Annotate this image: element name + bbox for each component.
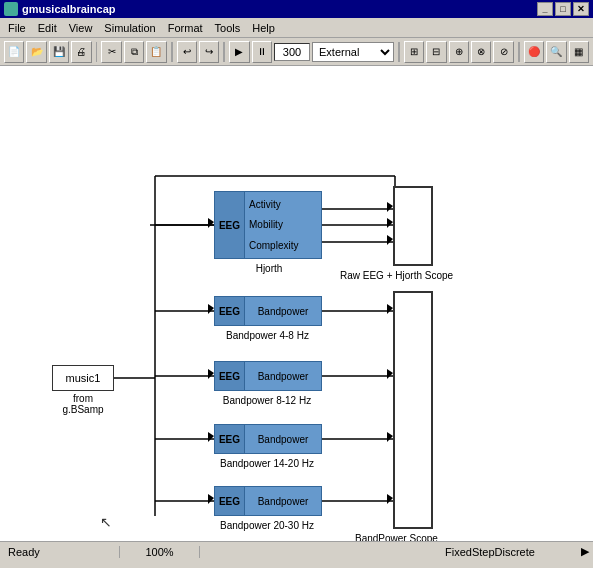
menu-format[interactable]: Format — [162, 20, 209, 36]
bandpower1-block[interactable]: EEG Bandpower — [214, 296, 322, 326]
sep2 — [171, 42, 173, 62]
canvas-area: music1 from g.BSamp EEG Activity Mobilit… — [0, 66, 593, 541]
open-button[interactable]: 📂 — [26, 41, 46, 63]
menu-help[interactable]: Help — [246, 20, 281, 36]
cut-button[interactable]: ✂ — [101, 41, 121, 63]
bandpower1-label: Bandpower 4-8 Hz — [210, 330, 325, 341]
bandpower3-block[interactable]: EEG Bandpower — [214, 424, 322, 454]
minimize-button[interactable]: _ — [537, 2, 553, 16]
btn7[interactable]: ⊕ — [449, 41, 469, 63]
sep4 — [398, 42, 400, 62]
menu-tools[interactable]: Tools — [209, 20, 247, 36]
bandpower3-label: Bandpower 14-20 Hz — [207, 458, 327, 469]
status-zoom: 100% — [120, 546, 200, 558]
btn8[interactable]: ⊗ — [471, 41, 491, 63]
sep3 — [223, 42, 225, 62]
hjorth-block[interactable]: EEG Activity Mobility Complexity — [214, 191, 322, 259]
bandpower2-eeg: EEG — [215, 362, 245, 390]
music1-sublabel: from g.BSamp — [52, 393, 114, 415]
music1-label: music1 — [66, 372, 101, 384]
btn6[interactable]: ⊟ — [426, 41, 446, 63]
pause-button[interactable]: ⏸ — [252, 41, 272, 63]
bandpower-scope-block[interactable] — [393, 291, 433, 529]
toolbar: 📄 📂 💾 🖨 ✂ ⧉ 📋 ↩ ↪ ▶ ⏸ External Normal Ac… — [0, 38, 593, 66]
btn5[interactable]: ⊞ — [404, 41, 424, 63]
music1-block[interactable]: music1 — [52, 365, 114, 391]
hjorth-label: Hjorth — [224, 263, 314, 274]
menu-file[interactable]: File — [2, 20, 32, 36]
new-button[interactable]: 📄 — [4, 41, 24, 63]
close-button[interactable]: ✕ — [573, 2, 589, 16]
bandpower1-name: Bandpower — [245, 297, 321, 325]
menu-bar: File Edit View Simulation Format Tools H… — [0, 18, 593, 38]
bandpower3-eeg: EEG — [215, 425, 245, 453]
sim-time-input[interactable] — [274, 43, 310, 61]
maximize-button[interactable]: □ — [555, 2, 571, 16]
undo-button[interactable]: ↩ — [177, 41, 197, 63]
bandpower4-block[interactable]: EEG Bandpower — [214, 486, 322, 516]
menu-edit[interactable]: Edit — [32, 20, 63, 36]
hjorth-outputs: Activity Mobility Complexity — [245, 192, 321, 258]
bandpower-scope-label: BandPower Scope — [355, 533, 438, 541]
hjorth-activity: Activity — [249, 199, 317, 210]
paste-button[interactable]: 📋 — [146, 41, 166, 63]
hjorth-scope-block[interactable] — [393, 186, 433, 266]
hjorth-mobility: Mobility — [249, 219, 317, 230]
bandpower3-name: Bandpower — [245, 425, 321, 453]
btn12[interactable]: ▦ — [569, 41, 589, 63]
status-bar: Ready 100% FixedStepDiscrete ▶ — [0, 541, 593, 561]
sim-mode-select[interactable]: External Normal Accelerator — [312, 42, 394, 62]
hjorth-eeg-label: EEG — [215, 192, 245, 258]
sep1 — [96, 42, 98, 62]
run-button[interactable]: ▶ — [229, 41, 249, 63]
app-icon — [4, 2, 18, 16]
btn11[interactable]: 🔍 — [546, 41, 566, 63]
sep5 — [518, 42, 520, 62]
btn9[interactable]: ⊘ — [493, 41, 513, 63]
redo-button[interactable]: ↪ — [199, 41, 219, 63]
menu-view[interactable]: View — [63, 20, 99, 36]
hjorth-complexity: Complexity — [249, 240, 317, 251]
window-title: gmusicalbraincap — [22, 3, 116, 15]
status-scroll[interactable]: ▶ — [577, 545, 593, 558]
bandpower2-block[interactable]: EEG Bandpower — [214, 361, 322, 391]
cursor-indicator: ↖ — [100, 514, 112, 530]
bandpower4-eeg: EEG — [215, 487, 245, 515]
btn10[interactable]: 🔴 — [524, 41, 544, 63]
menu-simulation[interactable]: Simulation — [98, 20, 161, 36]
status-mode: FixedStepDiscrete — [437, 546, 577, 558]
bandpower2-name: Bandpower — [245, 362, 321, 390]
bandpower2-label: Bandpower 8-12 Hz — [208, 395, 326, 406]
bandpower4-name: Bandpower — [245, 487, 321, 515]
hjorth-scope-label: Raw EEG + Hjorth Scope — [340, 270, 453, 281]
print-button[interactable]: 🖨 — [71, 41, 91, 63]
title-bar: gmusicalbraincap _ □ ✕ — [0, 0, 593, 18]
status-ready: Ready — [0, 546, 120, 558]
save-button[interactable]: 💾 — [49, 41, 69, 63]
bandpower1-eeg: EEG — [215, 297, 245, 325]
bandpower4-label: Bandpower 20-30 Hz — [207, 520, 327, 531]
copy-button[interactable]: ⧉ — [124, 41, 144, 63]
